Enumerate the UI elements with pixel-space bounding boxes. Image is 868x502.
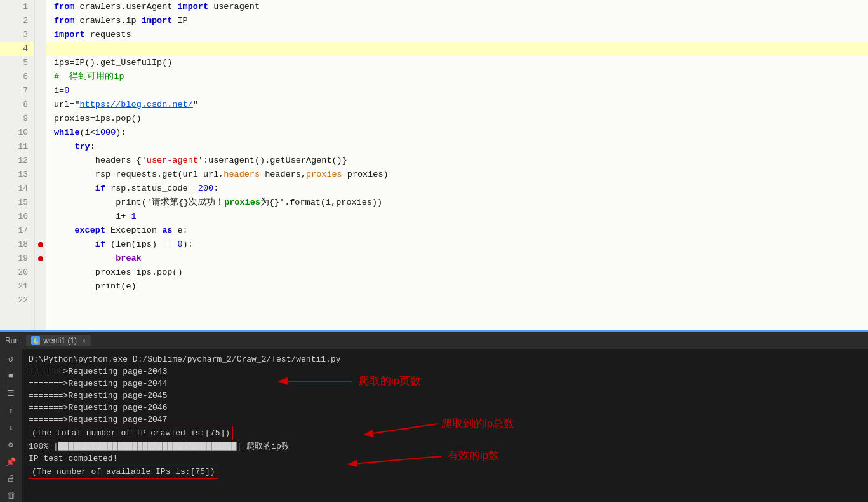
token-plain: rsp=requests.get(url=url, (54, 170, 224, 179)
token-kw3: break (116, 254, 142, 263)
code-line-16: i+=1 (46, 210, 868, 224)
line-number-8: 8 (0, 98, 34, 112)
token-plain: ): (116, 128, 126, 137)
line-number-3: 3 (0, 28, 34, 42)
line-number-21: 21 (0, 280, 34, 294)
code-line-17: except Exception as e: (46, 224, 868, 238)
gutter-row-8[interactable] (35, 98, 46, 112)
gutter-row-11[interactable] (35, 140, 46, 154)
token-plain: crawlers.ip (74, 16, 141, 25)
code-line-8: url="https://blog.csdn.net/" (46, 98, 868, 112)
token-plain (54, 254, 116, 263)
gutter-row-22[interactable] (35, 294, 46, 308)
code-editor: 12345678910111213141516171819202122 from… (0, 0, 868, 330)
console-line-3: =======>Requesting page-2045 (29, 390, 862, 402)
console-line-0: D:\Python\python.exe D:/Sublime/pycharm_… (29, 353, 862, 365)
gutter-row-15[interactable] (35, 196, 46, 210)
token-plain: (i< (80, 128, 95, 137)
token-plain: : (90, 142, 95, 151)
token-plain: i+= (54, 212, 131, 221)
code-line-14: if rsp.status_code==200: (46, 182, 868, 196)
token-plain: proxies=ips.pop() (54, 114, 142, 123)
run-tab-bar: Run: 🐍 wenti1 (1) × (0, 330, 868, 349)
gutter-row-10[interactable] (35, 126, 46, 140)
token-kw: from (54, 2, 74, 11)
stop-button[interactable]: ■ (4, 370, 18, 382)
token-num: 0 (64, 86, 69, 95)
panel-content: ↺ ■ ☰ ⇑ ⇓ ⚙ 📌 🖨 🗑 爬取的ip页数爬取到的ip总数有效的ip数 … (0, 349, 868, 502)
token-plain: ): (183, 240, 193, 249)
rerun-button[interactable]: ↺ (4, 353, 18, 365)
line-number-6: 6 (0, 70, 34, 84)
gutter-row-7[interactable] (35, 84, 46, 98)
gutter-row-20[interactable] (35, 266, 46, 280)
settings-button[interactable]: ⚙ (4, 438, 18, 451)
line-number-14: 14 (0, 182, 34, 196)
line-number-17: 17 (0, 224, 34, 238)
console-line-6: (The total number of IP crawled is:[75]) (29, 426, 862, 440)
token-kw: import (177, 2, 208, 11)
pin-button[interactable]: 📌 (4, 456, 18, 468)
gutter-row-4[interactable] (35, 42, 46, 56)
console-line-5: =======>Requesting page-2047 (29, 414, 862, 426)
gutter-row-5[interactable] (35, 56, 46, 70)
code-line-18: if (len(ips) == 0): (46, 238, 868, 252)
print-button[interactable]: 🖨 (4, 473, 18, 485)
token-plain: IP (172, 16, 187, 25)
token-num: 200 (198, 184, 213, 193)
console-line-1: =======>Requesting page-2043 (29, 365, 862, 377)
close-panel-button[interactable]: ☰ (4, 387, 18, 399)
gutter-row-6[interactable] (35, 70, 46, 84)
token-kw: if (95, 240, 105, 249)
token-plain: " (193, 100, 198, 109)
code-line-15: print('请求第{}次成功！proxies为{}'.format(i,pro… (46, 196, 868, 210)
gutter-row-19[interactable] (35, 252, 46, 266)
gutter-row-16[interactable] (35, 210, 46, 224)
run-tab[interactable]: 🐍 wenti1 (1) × (26, 335, 91, 346)
token-plain: (len(ips) == (105, 240, 177, 249)
code-line-6: # 得到可用的ip (46, 70, 868, 84)
code-line-5: ips=IP().get_UsefulIp() (46, 56, 868, 70)
gutter-row-14[interactable] (35, 182, 46, 196)
token-plain: ips=IP().get_UsefulIp() (54, 58, 172, 67)
token-plain: : (213, 184, 218, 193)
code-line-12: headers={'user-agent':useragent().getUse… (46, 154, 868, 168)
panel-toolbar: ↺ ■ ☰ ⇑ ⇓ ⚙ 📌 🖨 🗑 (0, 349, 22, 502)
line-number-22: 22 (0, 294, 34, 308)
gutter-row-2[interactable] (35, 14, 46, 28)
scroll-down-button[interactable]: ⇓ (4, 421, 18, 433)
console-line-2: =======>Requesting page-2044 (29, 377, 862, 390)
run-tab-close[interactable]: × (82, 337, 86, 344)
token-plain: useragent (208, 2, 260, 11)
line-numbers-gutter: 12345678910111213141516171819202122 (0, 0, 35, 330)
token-plain: e: (172, 226, 187, 235)
line-number-20: 20 (0, 266, 34, 280)
gutter-row-13[interactable] (35, 168, 46, 182)
console-boxed-text-6: (The total number of IP crawled is:[75]) (29, 426, 233, 440)
token-num: 1000 (95, 128, 116, 137)
gutter-row-21[interactable] (35, 280, 46, 294)
line-number-13: 13 (0, 168, 34, 182)
code-line-3: import requests (46, 28, 868, 42)
run-label: Run: (5, 336, 21, 345)
token-kw: as (162, 226, 172, 235)
gutter-row-17[interactable] (35, 224, 46, 238)
console-boxed-text-9: (The number of available IPs is:[75]) (29, 465, 218, 479)
token-kw2: proxies (224, 198, 260, 207)
token-kw: from (54, 16, 74, 25)
delete-button[interactable]: 🗑 (4, 490, 18, 502)
code-line-1: from crawlers.userAgent import useragent (46, 0, 868, 14)
token-plain: requests (85, 30, 131, 39)
token-plain: 为{}'.format(i,proxies)) (260, 198, 382, 207)
gutter-row-9[interactable] (35, 112, 46, 126)
scroll-up-button[interactable]: ⇑ (4, 404, 18, 416)
gutter-row-3[interactable] (35, 28, 46, 42)
gutter-row-12[interactable] (35, 154, 46, 168)
gutter-row-18[interactable] (35, 238, 46, 252)
gutter-row-1[interactable] (35, 0, 46, 14)
token-kw: if (95, 184, 105, 193)
code-line-13: rsp=requests.get(url=url,headers=headers… (46, 168, 868, 182)
line-number-7: 7 (0, 84, 34, 98)
python-icon: 🐍 (31, 336, 40, 345)
code-line-2: from crawlers.ip import IP (46, 14, 868, 28)
